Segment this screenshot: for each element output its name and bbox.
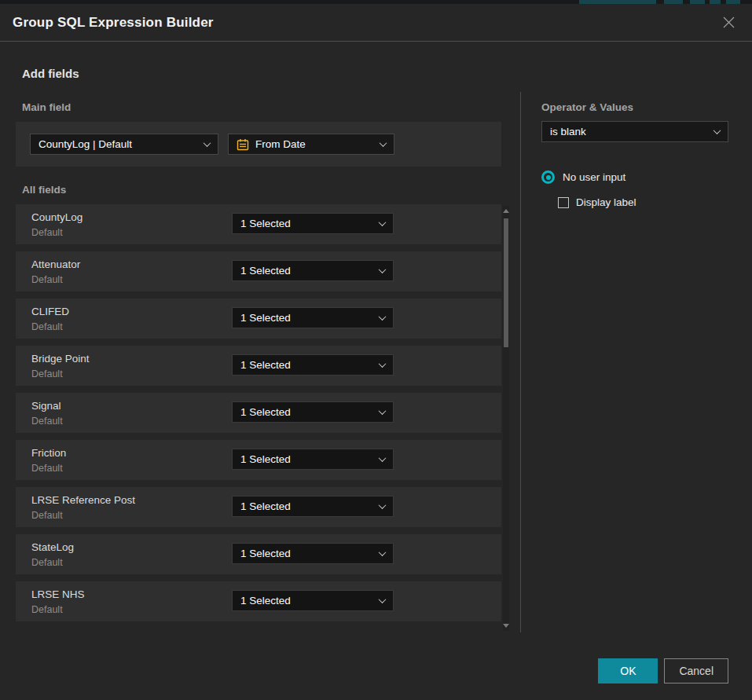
field-subtitle: Default	[31, 368, 63, 379]
chevron-down-icon	[379, 407, 387, 415]
cancel-button[interactable]: Cancel	[664, 658, 728, 684]
field-selected-value: 1 Selected	[240, 359, 291, 371]
main-field-box: CountyLog | Default From Date	[16, 122, 501, 167]
calendar-icon	[237, 138, 249, 151]
field-name: Attenuator	[31, 258, 80, 270]
field-row[interactable]: LRSE NHS Default 1 Selected	[16, 581, 501, 621]
add-fields-heading: Add fields	[22, 67, 79, 80]
main-attribute-select[interactable]: From Date	[228, 134, 394, 155]
list-scrollbar[interactable]	[503, 206, 509, 631]
field-selected-dropdown[interactable]: 1 Selected	[232, 307, 394, 328]
field-selected-dropdown[interactable]: 1 Selected	[232, 260, 394, 281]
field-name: Bridge Point	[31, 353, 90, 365]
field-subtitle: Default	[31, 604, 63, 615]
main-field-label: Main field	[22, 101, 71, 113]
main-source-select[interactable]: CountyLog | Default	[30, 134, 218, 155]
chevron-down-icon	[379, 548, 387, 556]
field-selected-value: 1 Selected	[240, 548, 291, 559]
scroll-down-arrow-icon[interactable]	[503, 624, 509, 628]
field-subtitle: Default	[31, 510, 63, 521]
chevron-down-icon	[380, 139, 387, 147]
dialog-footer: OK Cancel	[598, 658, 728, 684]
operator-values-label: Operator & Values	[541, 101, 633, 113]
main-source-select-value: CountyLog | Default	[39, 138, 132, 150]
field-subtitle: Default	[31, 321, 63, 332]
chevron-down-icon	[713, 126, 721, 134]
all-fields-list: CountyLog Default 1 Selected Attenuator …	[16, 204, 501, 629]
scrollbar-thumb[interactable]	[504, 218, 508, 347]
group-sql-expression-builder-dialog: Group SQL Expression Builder Add fields …	[0, 4, 752, 700]
field-row[interactable]: Attenuator Default 1 Selected	[16, 251, 501, 291]
dialog-title: Group SQL Expression Builder	[13, 15, 214, 31]
field-name: StateLog	[31, 541, 74, 553]
display-label-checkbox-row[interactable]: Display label	[558, 196, 636, 208]
checkbox[interactable]	[558, 197, 569, 208]
field-selected-value: 1 Selected	[240, 312, 291, 324]
field-selected-value: 1 Selected	[240, 595, 291, 607]
field-name: Signal	[31, 400, 61, 412]
no-user-input-radio-row[interactable]: No user input	[541, 170, 625, 184]
display-label-label: Display label	[576, 196, 636, 208]
field-name: LRSE Reference Post	[31, 494, 135, 506]
field-selected-dropdown[interactable]: 1 Selected	[232, 496, 394, 517]
all-fields-label: All fields	[22, 184, 66, 196]
field-subtitle: Default	[31, 416, 63, 427]
field-row[interactable]: CLIFED Default 1 Selected	[16, 299, 501, 339]
close-icon[interactable]	[717, 12, 739, 34]
field-name: CountyLog	[31, 211, 83, 223]
operator-select[interactable]: is blank	[541, 121, 728, 142]
field-subtitle: Default	[31, 274, 63, 285]
panel-divider	[520, 92, 521, 632]
field-name: CLIFED	[31, 306, 69, 317]
field-selected-dropdown[interactable]: 1 Selected	[232, 213, 394, 234]
operator-select-value: is blank	[550, 126, 586, 137]
chevron-down-icon	[379, 454, 387, 462]
field-row[interactable]: Friction Default 1 Selected	[16, 440, 501, 480]
field-selected-dropdown[interactable]: 1 Selected	[232, 401, 394, 423]
field-selected-dropdown[interactable]: 1 Selected	[232, 449, 394, 470]
chevron-down-icon	[204, 139, 211, 147]
chevron-down-icon	[379, 360, 387, 368]
field-selected-value: 1 Selected	[240, 218, 291, 229]
field-subtitle: Default	[31, 227, 63, 238]
field-name: LRSE NHS	[31, 588, 85, 600]
field-selected-dropdown[interactable]: 1 Selected	[232, 354, 394, 376]
field-selected-value: 1 Selected	[240, 265, 291, 277]
field-selected-dropdown[interactable]: 1 Selected	[232, 543, 394, 564]
field-subtitle: Default	[31, 557, 63, 568]
field-selected-value: 1 Selected	[240, 453, 291, 465]
dialog-header: Group SQL Expression Builder	[0, 4, 752, 42]
ok-button[interactable]: OK	[598, 658, 658, 684]
field-row[interactable]: CountyLog Default 1 Selected	[16, 204, 501, 244]
chevron-down-icon	[379, 313, 387, 321]
main-attribute-select-value: From Date	[255, 138, 306, 150]
chevron-down-icon	[379, 218, 387, 226]
field-row[interactable]: Signal Default 1 Selected	[16, 393, 501, 433]
radio-button[interactable]	[541, 170, 555, 184]
field-selected-value: 1 Selected	[240, 406, 291, 418]
field-row[interactable]: Bridge Point Default 1 Selected	[16, 346, 501, 386]
scroll-up-arrow-icon[interactable]	[503, 209, 509, 213]
chevron-down-icon	[379, 596, 387, 603]
field-selected-value: 1 Selected	[240, 500, 291, 512]
field-name: Friction	[31, 447, 66, 459]
field-row[interactable]: LRSE Reference Post Default 1 Selected	[16, 487, 501, 527]
chevron-down-icon	[379, 266, 387, 273]
field-subtitle: Default	[31, 463, 63, 474]
field-row[interactable]: StateLog Default 1 Selected	[16, 534, 501, 574]
no-user-input-label: No user input	[563, 171, 625, 183]
field-selected-dropdown[interactable]: 1 Selected	[232, 590, 394, 611]
chevron-down-icon	[379, 501, 387, 509]
